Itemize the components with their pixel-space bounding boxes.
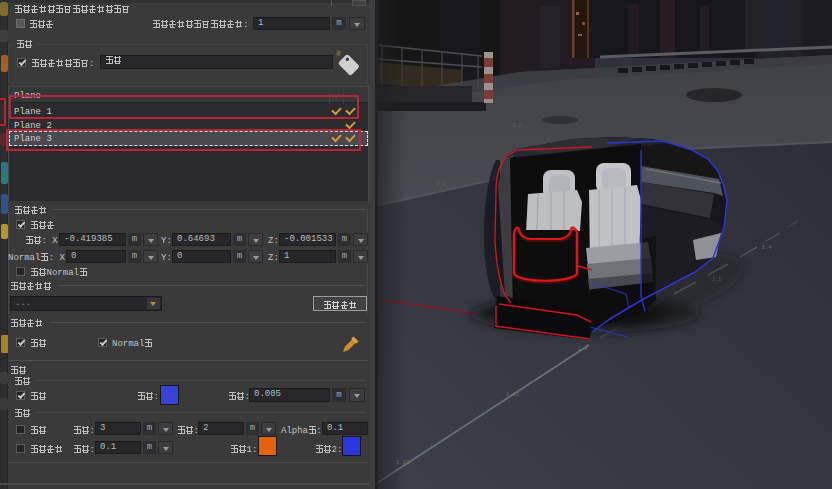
svg-text:1.4: 1.4 [762,244,773,251]
svg-text:1.8: 1.8 [578,345,588,352]
svg-text:0.2: 0.2 [512,122,522,129]
svg-text:1.02: 1.02 [506,391,519,398]
svg-text:0.3: 0.3 [436,181,446,188]
